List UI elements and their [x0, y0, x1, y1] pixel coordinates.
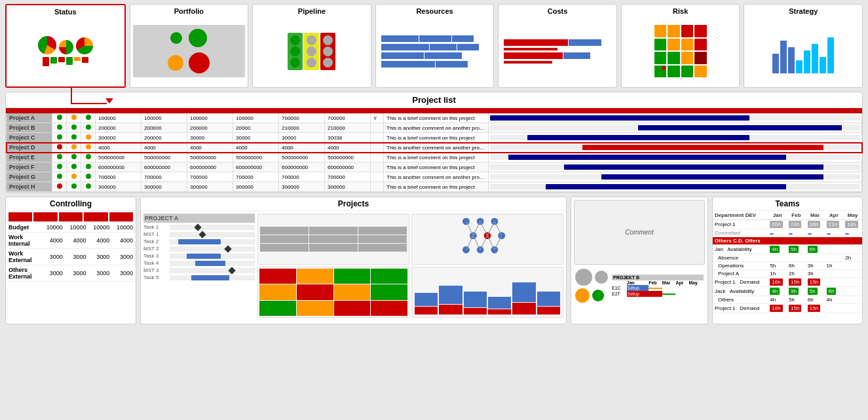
risk-cell12: [694, 52, 707, 64]
nav-card-resources[interactable]: Resources: [375, 4, 495, 88]
teams-jan-label: Jan Availability: [713, 245, 768, 254]
teams-proja-label: Project A: [713, 270, 768, 278]
nav-card-pipeline[interactable]: Pipeline: [252, 4, 371, 88]
risk-cell10: [668, 52, 680, 64]
nav-card-costs[interactable]: Costs: [498, 4, 617, 88]
ctrl-row-2: Work External3000300030003000: [6, 249, 136, 265]
proj-num-7-2: 300000: [187, 182, 233, 192]
proj-num-0-4: 700000: [279, 113, 325, 123]
ctrl-val-0-1: 10000: [66, 223, 89, 233]
proj-num-3-0: 4000: [96, 143, 142, 153]
proj-comment-7: This is a brief comment on this project: [384, 182, 489, 192]
strat-bar4: [796, 60, 802, 73]
proj-name-0: Project A: [7, 113, 52, 123]
proj-dot-2-2: [81, 133, 96, 143]
ctrl-row-3: Others External3000300030003000: [6, 265, 136, 282]
proj-flag-5: [371, 162, 384, 172]
teams-row-absence: Absence 2h: [713, 254, 862, 262]
risk-cell9: [654, 52, 667, 64]
proj-flag-3: [371, 143, 384, 153]
nav-card-risk-label: Risk: [673, 7, 688, 15]
proj-num-4-1: 500000000: [142, 153, 187, 162]
gantt-fill-4: [187, 254, 221, 259]
risk-cell1: [654, 25, 667, 37]
ctrl-label-1: Work Internal: [6, 233, 42, 249]
proj-num-0-2: 100000: [187, 113, 233, 123]
svg-line-9: [466, 221, 473, 236]
svg-line-16: [480, 236, 487, 250]
teams-row-proj1c: Project 1 Demand 16h 15h 15h: [713, 304, 862, 313]
nav-card-risk[interactable]: Risk: [621, 4, 740, 88]
pb-th5: May: [689, 280, 704, 285]
teams-jan-may: [843, 245, 862, 254]
th-comment: [384, 109, 489, 113]
pipeline-dot3: [290, 58, 300, 67]
proj-dot-6-0: [52, 172, 67, 182]
proj-name-2: Project C: [7, 133, 52, 143]
gantt-fill-7: [191, 275, 230, 280]
teams-cell2: 23h: [789, 221, 801, 228]
ctrl-val-2-0: 3000: [42, 249, 66, 265]
bc3: [439, 286, 462, 304]
strat-bar3: [788, 47, 795, 73]
ctrl-val-3-3: 3000: [112, 265, 136, 282]
risk-cell3: [681, 25, 694, 37]
proj-flag-1: [371, 123, 384, 133]
svg-line-12: [487, 221, 495, 236]
proj-num-5-0: 600000000: [96, 162, 142, 172]
gantt-row-label-4: Task 3: [143, 253, 170, 259]
proj-gantt-6: [489, 172, 862, 182]
status-bar6: [82, 57, 88, 63]
pb-row1: E1C Setup: [612, 285, 704, 291]
projects-title: Projects: [141, 197, 566, 211]
th-n3: [187, 109, 233, 113]
status-pie3: [76, 37, 93, 54]
proj-num-5-3: 600000000: [233, 162, 279, 172]
teams-avail2: 5h: [789, 246, 799, 253]
nav-card-portfolio[interactable]: Portfolio: [130, 4, 249, 88]
costs-bar1: [504, 39, 568, 46]
res-bar3: [452, 35, 474, 42]
nav-card-resources-label: Resources: [416, 7, 453, 15]
teams-proja-m: 3h: [806, 270, 825, 278]
mc1-c6: [358, 235, 407, 243]
mc1-c3: [358, 227, 407, 235]
res-bar2: [419, 35, 451, 42]
ctrl-val-3-2: 3000: [89, 265, 113, 282]
teams-jan-j: 4h: [768, 245, 787, 254]
proj-gantt-2: [489, 133, 862, 143]
res-bar1: [381, 35, 419, 42]
teams-others2-j: 4h: [768, 296, 787, 304]
th-s1: [52, 109, 67, 113]
teams-cell-c3: [808, 233, 812, 235]
nav-card-strategy[interactable]: Strategy: [744, 4, 863, 88]
teams-jack-j: 4h: [768, 287, 787, 296]
status-bar2: [50, 57, 57, 64]
teams-row-ops: Operations 5h 6h 3h 1h: [713, 262, 862, 270]
teams-proj1c-j: 16h: [768, 304, 787, 313]
pipeline-chart-preview: [255, 18, 368, 85]
cb5: [259, 284, 296, 299]
gantt-track-2: [170, 239, 255, 244]
proj-dot-1-2: [81, 123, 96, 133]
mc1-c1: [260, 227, 309, 235]
gantt-track-4: [170, 254, 255, 259]
status-bar1: [43, 57, 49, 66]
risk-cell8: [694, 39, 707, 51]
nav-card-status[interactable]: Status: [5, 4, 126, 88]
svg-line-11: [480, 221, 487, 236]
pb-r1-v1: Setup: [627, 285, 649, 291]
proj-num-2-2: 30000: [187, 133, 233, 143]
teams-row-jack: Jack Availability 4h 9h 5h 6h: [713, 287, 862, 296]
teams-proj1b-f: 15h: [787, 278, 806, 287]
ctrl-label-3: Others External: [6, 265, 42, 282]
proj-num-7-1: 300000: [142, 182, 187, 192]
ctrl-row-1: Work Internal4000400040004000: [6, 233, 136, 249]
proj-dot-7-2: [81, 182, 96, 192]
proj-gantt-1: [489, 123, 862, 133]
teams-committed-a: [825, 229, 844, 237]
pb-r2-v1: Setup: [627, 291, 662, 297]
risk-cell6: [668, 39, 680, 51]
gantt-milestone-1: [198, 231, 206, 238]
teams-proj1b-m: 15h: [806, 278, 825, 287]
